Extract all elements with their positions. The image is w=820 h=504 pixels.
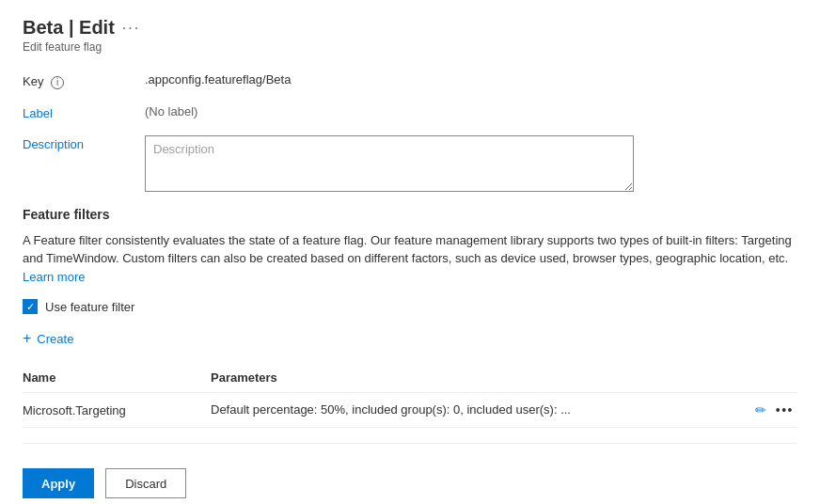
- description-field-row: Description: [23, 135, 797, 192]
- filter-name: Microsoft.Targeting: [23, 393, 211, 428]
- key-field-row: Key i .appconfig.featureflag/Beta: [23, 72, 797, 89]
- checkbox-label: Use feature filter: [45, 300, 134, 314]
- filter-parameters: Default percentage: 50%, included group(…: [211, 393, 797, 428]
- use-feature-filter-row: ✓ Use feature filter: [23, 299, 797, 314]
- key-label: Key i: [23, 72, 145, 89]
- table-header-row: Name Parameters: [23, 363, 797, 393]
- page-title: Beta | Edit: [23, 17, 115, 39]
- discard-button[interactable]: Discard: [105, 468, 186, 498]
- filter-description: A Feature filter consistently evaluates …: [23, 231, 797, 287]
- apply-button[interactable]: Apply: [23, 468, 94, 498]
- create-label: Create: [37, 332, 73, 346]
- feature-filters-title: Feature filters: [23, 207, 797, 222]
- description-label: Description: [23, 135, 145, 151]
- footer: Apply Discard: [23, 455, 797, 498]
- col-name-header: Name: [23, 363, 211, 393]
- filters-table: Name Parameters Microsoft.Targeting Defa…: [23, 363, 797, 428]
- key-info-icon[interactable]: i: [51, 76, 64, 89]
- page-subtitle: Edit feature flag: [23, 40, 797, 54]
- edit-filter-icon[interactable]: ✏: [755, 402, 766, 417]
- key-value: .appconfig.featureflag/Beta: [145, 72, 291, 87]
- label-label: Label: [23, 104, 145, 120]
- filter-more-icon[interactable]: •••: [776, 402, 794, 417]
- description-input[interactable]: [145, 135, 634, 192]
- checkbox-check-icon: ✓: [26, 302, 35, 312]
- use-feature-filter-checkbox[interactable]: ✓: [23, 299, 38, 314]
- learn-more-link[interactable]: Learn more: [23, 270, 85, 284]
- bottom-divider: [23, 443, 797, 444]
- feature-filters-section: Feature filters A Feature filter consist…: [23, 207, 797, 429]
- create-filter-button[interactable]: + Create: [23, 327, 73, 350]
- label-field-row: Label (No label): [23, 104, 797, 120]
- more-options-icon[interactable]: ···: [122, 20, 140, 37]
- table-row: Microsoft.Targeting Default percentage: …: [23, 393, 797, 428]
- label-value: (No label): [145, 104, 197, 118]
- plus-icon: +: [23, 331, 31, 346]
- col-parameters-header: Parameters: [211, 363, 797, 393]
